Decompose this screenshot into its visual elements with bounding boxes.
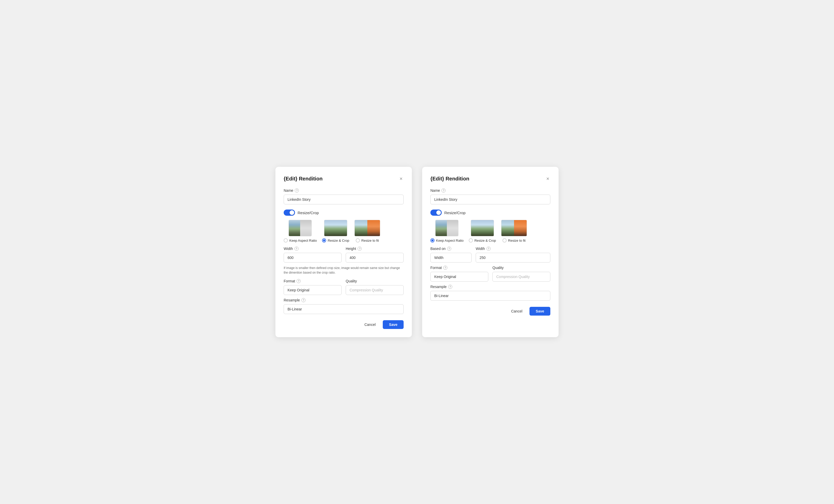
dialog-1-resample-section: Resample ? (284, 298, 403, 314)
dialog-1-radio-keep-aspect[interactable]: Keep Aspect Ratio (284, 238, 317, 242)
dialog-2-format-quality-row: Format ? Quality (431, 266, 550, 282)
dialog-1-width-group: Width ? (284, 247, 342, 263)
dialog-2-title: {Edit} Rendition (431, 176, 469, 182)
dialog-1-resample-label: Resample ? (284, 298, 403, 302)
dialog-2-width-group: Width ? (476, 247, 550, 263)
dialog-2-radio-resize-crop[interactable]: Resize & Crop (469, 238, 496, 242)
name-help-icon: ? (295, 189, 299, 193)
dialog-1-width-label: Width ? (284, 247, 342, 251)
dialog-2-header: {Edit} Rendition × (431, 175, 550, 182)
dialog-2-resample-section: Resample ? (431, 285, 550, 301)
dialog-2-based-on-input[interactable] (431, 253, 471, 263)
dialog-2-name-section: Name ? (431, 189, 550, 204)
dialog-2-option-resize-crop[interactable]: Resize & Crop (469, 220, 496, 242)
dialog-2-resize-toggle[interactable] (431, 210, 442, 216)
dialog-1-name-label: Name ? (284, 189, 403, 193)
dialog-1-close-button[interactable]: × (398, 175, 403, 182)
dialog-2-option-keep-aspect[interactable]: Keep Aspect Ratio (431, 220, 464, 242)
dialog-1-dimensions-row: Width ? Height ? (284, 247, 403, 263)
dialog-2-save-button[interactable]: Save (529, 307, 550, 315)
dialog-1-thumb-resize-crop (324, 220, 347, 236)
dialog-1-cancel-button[interactable]: Cancel (360, 321, 380, 329)
dialog-1-header: {Edit} Rendition × (284, 175, 403, 182)
dialog-1: {Edit} Rendition × Name ? Resize/Crop (276, 167, 412, 337)
dialog-2-thumb-keep-aspect (435, 220, 458, 236)
dialog-2-width-help-icon: ? (486, 247, 491, 251)
page-wrapper: {Edit} Rendition × Name ? Resize/Crop (276, 167, 558, 337)
dialog-1-height-input[interactable] (346, 253, 403, 263)
dialog-2-quality-input[interactable] (492, 272, 550, 282)
dialog-1-height-label: Height ? (346, 247, 403, 251)
dialog-1-format-quality-row: Format ? Quality (284, 279, 403, 295)
dialog-2-based-on-help-icon: ? (447, 247, 451, 251)
dialog-2-based-on-label: Based on ? (431, 247, 471, 251)
dialog-1-quality-label: Quality (346, 279, 403, 283)
width-help-icon: ? (294, 247, 299, 251)
dialog-2-radio-keep-aspect-circle (431, 238, 435, 242)
dialog-1-title: {Edit} Rendition (284, 176, 323, 182)
dialog-2-cancel-button[interactable]: Cancel (507, 307, 527, 315)
dialog-2-resample-label: Resample ? (431, 285, 550, 289)
dialog-1-format-input[interactable] (284, 285, 342, 295)
dialog-2-resample-input[interactable] (431, 291, 550, 301)
dialog-2-footer: Cancel Save (431, 307, 550, 315)
dialog-2-width-input[interactable] (476, 253, 550, 263)
dialog-1-name-section: Name ? (284, 189, 403, 204)
dialog-1-toggle-row: Resize/Crop (284, 210, 403, 216)
dialog-2: {Edit} Rendition × Name ? Resize/Crop (422, 167, 558, 337)
dialog-2-thumb-resize-crop (471, 220, 494, 236)
dialog-2-format-group: Format ? (431, 266, 488, 282)
dialog-2-thumb-resize-fit (501, 220, 527, 236)
dialog-1-quality-input[interactable] (346, 285, 403, 295)
dialog-1-thumb-resize-fit (354, 220, 380, 236)
dialog-2-format-help-icon: ? (443, 266, 447, 270)
dialog-1-radio-resize-fit-circle (356, 238, 360, 242)
dialog-1-resize-toggle[interactable] (284, 210, 295, 216)
dialog-1-radio-resize-crop-circle (322, 238, 326, 242)
dialog-1-image-options: Keep Aspect Ratio Resize & Crop (284, 220, 403, 242)
dialog-2-radio-resize-crop-circle (469, 238, 473, 242)
dialog-2-close-button[interactable]: × (545, 175, 550, 182)
dialog-2-based-on-group: Based on ? (431, 247, 471, 263)
dialog-1-resize-label: Resize/Crop (298, 211, 319, 215)
dialog-2-name-help-icon: ? (441, 189, 445, 193)
dialog-2-quality-label: Quality (492, 266, 550, 270)
dialog-1-thumb-keep-aspect (289, 220, 312, 236)
dialog-2-based-width-row: Based on ? Width ? (431, 247, 550, 263)
dialog-1-resample-input[interactable] (284, 304, 403, 314)
dialog-2-option-resize-fit[interactable]: Resize to fit (501, 220, 527, 242)
dialog-2-image-options: Keep Aspect Ratio Resize & Crop (431, 220, 550, 242)
dialog-1-radio-keep-aspect-circle (284, 238, 288, 242)
height-help-icon: ? (357, 247, 361, 251)
dialog-1-radio-resize-crop[interactable]: Resize & Crop (322, 238, 349, 242)
dialog-2-resize-label: Resize/Crop (444, 211, 466, 215)
dialog-2-name-input[interactable] (431, 195, 550, 204)
dialog-2-radio-resize-fit-circle (502, 238, 507, 242)
dialog-2-resample-help-icon: ? (448, 285, 452, 289)
dialog-2-toggle-row: Resize/Crop (431, 210, 550, 216)
dialog-1-name-input[interactable] (284, 195, 403, 204)
dialog-1-option-keep-aspect[interactable]: Keep Aspect Ratio (284, 220, 317, 242)
dialog-1-option-resize-fit[interactable]: Resize to fit (354, 220, 380, 242)
dialog-1-height-group: Height ? (346, 247, 403, 263)
dialog-2-format-label: Format ? (431, 266, 488, 270)
dialog-1-format-label: Format ? (284, 279, 342, 283)
dialog-1-info-text: If image is smaller then defined crop si… (284, 266, 403, 275)
dialog-2-format-input[interactable] (431, 272, 488, 282)
dialog-1-radio-resize-fit[interactable]: Resize to fit (356, 238, 379, 242)
dialog-1-save-button[interactable]: Save (383, 320, 403, 329)
dialog-1-footer: Cancel Save (284, 320, 403, 329)
dialog-2-quality-group: Quality (492, 266, 550, 282)
dialog-2-width-label: Width ? (476, 247, 550, 251)
dialog-1-width-input[interactable] (284, 253, 342, 263)
dialog-2-name-label: Name ? (431, 189, 550, 193)
resample-help-icon: ? (302, 298, 306, 302)
format-help-icon: ? (297, 279, 301, 283)
dialog-2-radio-keep-aspect[interactable]: Keep Aspect Ratio (431, 238, 464, 242)
dialog-1-quality-group: Quality (346, 279, 403, 295)
dialog-1-format-group: Format ? (284, 279, 342, 295)
dialog-2-radio-resize-fit[interactable]: Resize to fit (502, 238, 526, 242)
dialog-1-option-resize-crop[interactable]: Resize & Crop (322, 220, 349, 242)
